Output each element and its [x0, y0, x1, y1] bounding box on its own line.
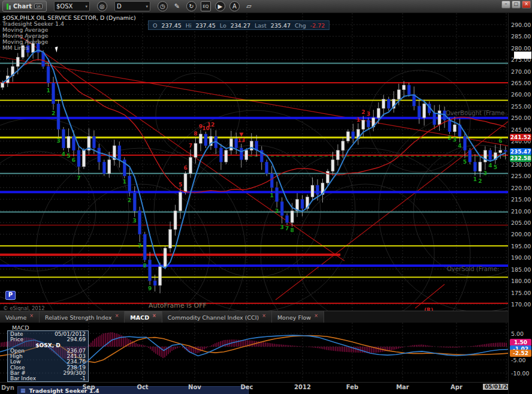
svg-text:5: 5 [463, 159, 467, 165]
price-axis: 170.00175.00180.00185.00190.00195.00200.… [508, 13, 532, 394]
tab-label: Relative Strength Index [45, 314, 112, 321]
price-badge: 232.58 [510, 155, 531, 162]
tab-close-icon[interactable]: × [262, 313, 266, 318]
svg-text:7: 7 [138, 243, 141, 249]
time-axis: Dyn ▦ Tradesight Seeker 1.4 SepOctNovDec… [0, 382, 532, 394]
tab-commodity-channel-index-cci-[interactable]: Commodity Channel Index (CCI)× [162, 311, 272, 323]
svg-text:2: 2 [448, 135, 451, 141]
svg-text:1: 1 [123, 179, 126, 185]
study-label: MM Lines [2, 45, 136, 51]
svg-text:1: 1 [356, 117, 360, 123]
price-tick: 205.00 [511, 219, 531, 226]
quote-board-button[interactable]: EQ [201, 1, 211, 11]
interval-combo[interactable]: D ▾ [114, 1, 150, 11]
tab-label: Commodity Channel Index (CCI) [168, 314, 259, 321]
svg-text:9: 9 [148, 285, 152, 291]
candlestick-chart[interactable]: 1234567123789567891012▼13123781232345123… [0, 13, 508, 311]
open-label: O [153, 22, 157, 29]
chg-value: -2.72 [310, 22, 325, 29]
time-tick-oct: Oct [131, 384, 155, 390]
autoframe-status: AutoFrame is OFF [149, 302, 207, 309]
price-tick: 265.00 [511, 80, 531, 86]
time-tick-nov: Nov [183, 384, 207, 390]
tab-close-icon[interactable]: × [115, 313, 119, 318]
svg-text:6: 6 [183, 165, 187, 171]
price-badge: 235.47 [510, 148, 531, 155]
svg-text:5: 5 [66, 153, 70, 159]
price-tick: 200.00 [511, 231, 531, 237]
svg-text:6: 6 [72, 157, 75, 163]
macd-panel[interactable]: MACD Date05/01/2012Price294.69$OSX, DOpe… [0, 323, 508, 382]
price-tick: 195.00 [511, 243, 531, 249]
tab-close-icon[interactable]: × [29, 313, 34, 318]
minimize-button[interactable]: – [501, 1, 510, 8]
tab-money-flow[interactable]: Money Flow× [272, 311, 324, 323]
macd-tick: -5.00 [511, 357, 526, 363]
auto-a-button[interactable]: A [229, 1, 240, 11]
svg-text:4: 4 [458, 143, 461, 149]
svg-text:1: 1 [46, 88, 50, 94]
maximize-button[interactable]: □ [512, 1, 521, 8]
tab-macd[interactable]: MACD× [125, 311, 162, 323]
tab-relative-strength-index[interactable]: Relative Strength Index× [40, 311, 125, 323]
time-tick-mar: Mar [391, 384, 415, 390]
interval-clock-button[interactable]: ◷ [158, 1, 168, 11]
price-tick: 260.00 [511, 91, 531, 98]
price-tick: 215.00 [511, 196, 531, 203]
tab-close-icon[interactable]: × [314, 313, 318, 318]
price-tick: 220.00 [511, 185, 531, 191]
time-tick-sep: Sep [77, 384, 101, 390]
interval-value: D [117, 3, 122, 10]
high-label: Hi [186, 22, 192, 29]
tab-close-icon[interactable]: × [152, 313, 156, 318]
svg-text:6: 6 [498, 138, 502, 144]
chevron-down-icon: ▾ [146, 4, 148, 9]
price-tick: 230.00 [511, 161, 531, 168]
last-label: Last [255, 22, 267, 29]
macd-tick: 5.00 [511, 330, 524, 337]
tab-volume[interactable]: Volume× [0, 311, 40, 323]
dyn-label: Dyn [1, 384, 14, 391]
svg-text:3: 3 [483, 170, 487, 176]
symbol-lookup-target-button[interactable]: ◎ [97, 1, 107, 11]
price-tick: 210.00 [511, 208, 531, 215]
price-tick: 225.00 [511, 173, 531, 179]
price-tick: 180.00 [511, 278, 531, 284]
svg-text:3: 3 [280, 224, 284, 230]
chart-tab-label: Chart [13, 3, 32, 10]
macd-badge: -2.52 [510, 350, 531, 357]
price-tick: 190.00 [511, 254, 531, 261]
eraser-button[interactable]: ▱ [244, 1, 254, 11]
svg-text:▼: ▼ [239, 131, 243, 137]
chart-meter-icon [7, 4, 11, 10]
oversold-label: OverSold (Frame: [447, 266, 499, 272]
price-tick: 175.00 [511, 290, 531, 296]
play-button[interactable]: ▶ [215, 1, 225, 11]
low-value: 234.27 [231, 22, 250, 29]
refresh-cycle-button[interactable]: ↻ [186, 1, 197, 11]
symbol-combo[interactable]: $OSX ▾ [54, 1, 90, 11]
price-chart-panel[interactable]: 1234567123789567891012▼13123781232345123… [0, 13, 508, 311]
price-tick: 245.00 [511, 127, 531, 133]
high-value: 237.45 [196, 22, 216, 29]
close-button[interactable]: × [522, 1, 531, 8]
svg-text:5: 5 [494, 164, 497, 170]
chart-window: Chart SR $OSX ▾ ◎ D ▾ ◷✎↻EQ▶A▱ –□× 12345… [0, 0, 532, 394]
price-tick: 280.00 [511, 45, 531, 52]
svg-text:5: 5 [179, 182, 182, 188]
chart-tab[interactable]: Chart SR [2, 1, 47, 12]
indicator-tabstrip: Volume×Relative Strength Index×MACD×Comm… [0, 311, 508, 324]
svg-text:2: 2 [478, 178, 482, 184]
price-tick: 255.00 [511, 103, 531, 110]
svg-text:1: 1 [473, 176, 477, 182]
tab-label: Money Flow [277, 314, 311, 321]
svg-text:4: 4 [62, 151, 65, 157]
chart-tab-badge: SR [34, 4, 43, 9]
price-tick: 250.00 [511, 115, 531, 121]
macd-tick: -10.00 [511, 370, 530, 377]
svg-text:2: 2 [52, 110, 55, 116]
main-toolbar: Chart SR $OSX ▾ ◎ D ▾ ◷✎↻EQ▶A▱ –□× [0, 0, 532, 13]
app-icon: ▦ [20, 387, 26, 393]
draw-pencil-button[interactable]: ✎ [172, 1, 182, 11]
p-button[interactable]: P [5, 291, 16, 300]
